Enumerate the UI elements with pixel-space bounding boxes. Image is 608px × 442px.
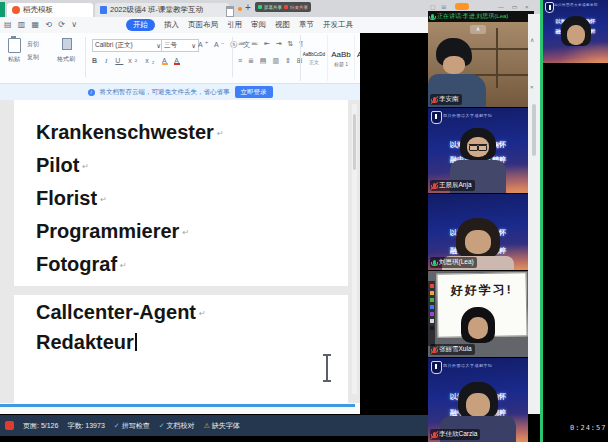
font-color-button[interactable]: A bbox=[174, 57, 182, 64]
color-swatch bbox=[430, 312, 434, 316]
video-tile-participant-4[interactable]: 好好学习! 张丽雪Xula bbox=[428, 271, 528, 357]
format-painter-label[interactable]: 格式刷 bbox=[52, 55, 80, 64]
school-name: 四川外国语大学成都学院 bbox=[554, 3, 598, 7]
mic-on-icon bbox=[433, 260, 436, 265]
window-control-buttons[interactable]: — ▭ × bbox=[498, 3, 532, 10]
new-tab-button[interactable]: + bbox=[245, 2, 251, 13]
color-swatch bbox=[430, 326, 434, 330]
paragraph-mark-icon: ↵ bbox=[217, 129, 224, 138]
style-heading2[interactable]: AaBb( 标题 2 bbox=[355, 35, 360, 81]
divider bbox=[85, 37, 86, 77]
document-area[interactable]: Krankenschwester↵ Pilot↵ Florist↵ Progra… bbox=[0, 100, 360, 403]
annotation-toolbar bbox=[428, 281, 435, 346]
ribbon-tab-review[interactable]: 审阅 bbox=[251, 20, 266, 30]
speaking-now-text: 正在讲话:李进,刘思琪(Lea) bbox=[437, 12, 508, 21]
participant-name-tag: 张丽雪Xula bbox=[430, 344, 475, 355]
speaking-now-banner: 正在讲话:李进,刘思琪(Lea) bbox=[428, 11, 534, 22]
paragraph-mark-icon: ↵ bbox=[100, 195, 107, 204]
ribbon-tab-layout[interactable]: 页面布局 bbox=[188, 20, 218, 30]
video-tile-participant-1[interactable]: ∧ 李安南 bbox=[428, 22, 528, 107]
video-tile-overlay-window[interactable]: 四川外国语大学成都学院 以海纳百川之胸怀 融中西文化之精粹 bbox=[543, 0, 608, 63]
stop-share-icon bbox=[284, 5, 288, 9]
text-caret bbox=[135, 333, 137, 351]
highlight-button[interactable]: A bbox=[162, 57, 170, 64]
copy-button[interactable]: 复制 bbox=[27, 53, 39, 62]
video-tile-participant-3[interactable]: 以海纳百川之胸怀 融中西文化之精粹 刘思琪(Lea) bbox=[428, 194, 528, 270]
paragraph-mark-icon: ↵ bbox=[82, 162, 89, 171]
doc-horizontal-scrollbar-thumb[interactable] bbox=[0, 404, 355, 407]
login-button[interactable]: 立即登录 bbox=[235, 86, 273, 98]
ribbon-tab-section[interactable]: 章节 bbox=[299, 20, 314, 30]
list-indent-icons[interactable]: ≔ ≕ ⇤ ⇥ ⇅ ¶ bbox=[238, 40, 305, 48]
close-panel-icon[interactable]: × bbox=[530, 84, 534, 90]
doc-vertical-scrollbar-thumb[interactable] bbox=[353, 114, 356, 170]
collapse-chevron-button[interactable]: ∧ bbox=[470, 25, 486, 34]
school-name: 四川外国语大学成都学院 bbox=[443, 113, 493, 118]
style-preview: AaBbCcDd bbox=[303, 52, 325, 57]
participant-face bbox=[466, 393, 490, 417]
ribbon-tab-view[interactable]: 视图 bbox=[275, 20, 290, 30]
format-painter-icon[interactable] bbox=[62, 38, 72, 50]
paste-button-label[interactable]: 粘贴 bbox=[4, 55, 24, 64]
save-print-undo-redo-icons[interactable]: ▤ ▥ ▦ ⟲ ⟳ ∨ bbox=[4, 20, 79, 29]
word-count: 字数: 13973 bbox=[67, 421, 104, 431]
font-size-select[interactable]: 三号 ∨ bbox=[161, 39, 199, 52]
cut-copy-group: 剪切 复制 bbox=[27, 40, 39, 62]
italic-button[interactable]: I bbox=[105, 57, 110, 65]
participant-face bbox=[567, 25, 585, 45]
doc-word-line: Programmierer↵ bbox=[36, 219, 189, 245]
font-name-select[interactable]: Calibri (正文) ∨ bbox=[92, 39, 164, 52]
paste-icon[interactable] bbox=[8, 38, 21, 53]
participant-face bbox=[443, 56, 465, 74]
doc-word-line: Krankenschwester↵ bbox=[36, 120, 224, 146]
screen-share-border bbox=[540, 0, 543, 442]
ribbon-tab-references[interactable]: 引用 bbox=[227, 20, 242, 30]
tab-docer-templates[interactable]: 稻壳模板 bbox=[7, 3, 93, 17]
alignment-icons[interactable]: ≡ ≣ ▤ ▥ ⇕ ⊞ bbox=[238, 57, 305, 65]
doc-word-line: Florist↵ bbox=[36, 186, 107, 212]
meeting-share-pill[interactable]: 屏幕共享 结束共享 bbox=[255, 2, 311, 12]
stop-share-label[interactable]: 结束共享 bbox=[290, 5, 308, 10]
color-swatch bbox=[430, 319, 434, 323]
ribbon-tab-insert[interactable]: 插入 bbox=[164, 20, 179, 30]
video-tile-participant-5[interactable]: 四川外国语大学成都学院 以海纳百川之胸怀 融中西文化之精粹 李佳欣Carzia bbox=[428, 358, 528, 442]
tab-pin-icon[interactable] bbox=[226, 6, 234, 17]
status-bar: 页面: 5/126 字数: 13973 ✓ 拼写检查 ✓ 文档校对 ⚠ 缺失字体 bbox=[0, 415, 435, 436]
info-icon: i bbox=[88, 89, 95, 96]
color-swatch bbox=[430, 291, 434, 295]
notification-dot bbox=[238, 7, 242, 11]
style-normal[interactable]: AaBbCcDd 正文 bbox=[301, 35, 328, 81]
style-label: 标题 1 bbox=[334, 61, 348, 67]
subscript-button[interactable]: x₂ bbox=[145, 57, 157, 64]
school-logo-icon bbox=[431, 361, 442, 374]
superscript-button[interactable]: x² bbox=[128, 57, 140, 64]
proofread-button[interactable]: ✓ 文档校对 bbox=[159, 421, 195, 431]
style-heading1[interactable]: AaBb 标题 1 bbox=[328, 35, 355, 81]
spell-check-button[interactable]: ✓ 拼写检查 bbox=[114, 421, 150, 431]
participant-name-tag: 李佳欣Carzia bbox=[430, 429, 480, 440]
participant-name-tag: 王晨辰Anja bbox=[430, 180, 475, 191]
ribbon-tab-home[interactable]: 开始 bbox=[126, 19, 155, 31]
tab-docer-label: 稻壳模板 bbox=[23, 5, 53, 15]
cut-button[interactable]: 剪切 bbox=[27, 40, 39, 49]
mic-muted-icon bbox=[433, 432, 436, 437]
underline-button[interactable]: U bbox=[115, 57, 123, 64]
warning-icon: ⚠ bbox=[204, 422, 210, 430]
wps-home-button[interactable] bbox=[0, 2, 5, 17]
participant-name-tag: 刘思琪(Lea) bbox=[430, 257, 477, 268]
doc-word-line: Fotograf↵ bbox=[36, 252, 127, 278]
doc-word-line: Redakteur bbox=[36, 330, 137, 354]
style-label: 正文 bbox=[309, 59, 319, 65]
collapse-panel-icon[interactable]: ∧ bbox=[530, 36, 534, 43]
bold-button[interactable]: B bbox=[92, 57, 100, 64]
panel-scrollbar-thumb[interactable] bbox=[532, 104, 536, 156]
tab-document[interactable]: 2022级德4 班-课堂教学互动 bbox=[95, 3, 229, 17]
video-tile-participant-2[interactable]: 四川外国语大学成都学院 以海纳百川之胸怀 融中西文化之精粹 王晨辰Anja bbox=[428, 108, 528, 193]
tab-document-label: 2022级德4 班-课堂教学互动 bbox=[110, 5, 203, 15]
member-badge[interactable] bbox=[455, 3, 469, 10]
ribbon-tab-devtools[interactable]: 开发工具 bbox=[323, 20, 353, 30]
panel-layout-icons[interactable]: ▢ ⊞ bbox=[430, 3, 448, 10]
page-indicator: 页面: 5/126 bbox=[23, 421, 58, 431]
missing-font-warning[interactable]: ⚠ 缺失字体 bbox=[204, 421, 240, 431]
paragraph-mark-icon: ↵ bbox=[120, 261, 127, 270]
